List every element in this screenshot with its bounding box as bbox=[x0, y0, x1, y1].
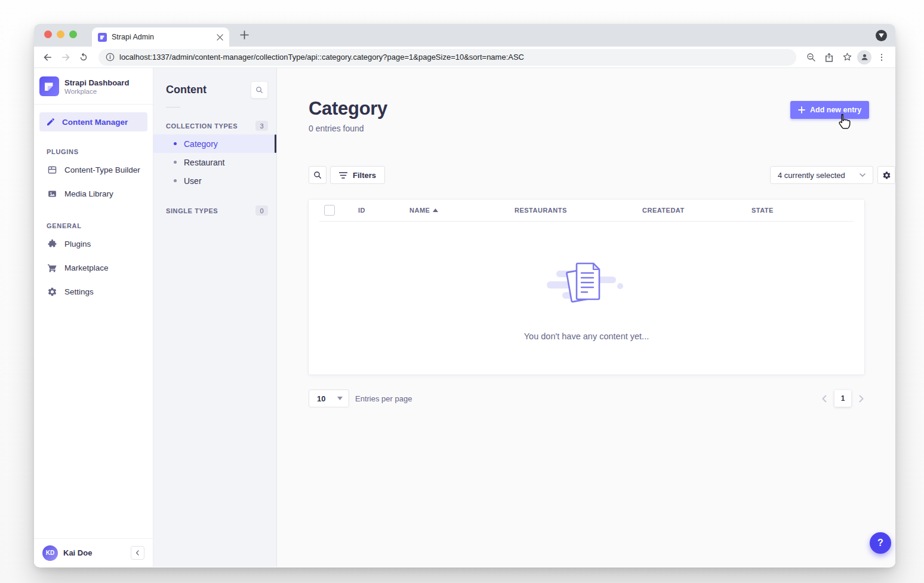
column-header-name[interactable]: NAME bbox=[409, 207, 430, 214]
browser-tab[interactable]: Strapi Admin bbox=[92, 27, 229, 47]
help-button[interactable]: ? bbox=[870, 532, 891, 554]
bullet-icon bbox=[174, 161, 177, 164]
select-all-checkbox[interactable] bbox=[324, 205, 335, 216]
recording-indicator-icon[interactable] bbox=[876, 30, 887, 41]
column-header-id[interactable]: ID bbox=[358, 207, 365, 214]
strapi-logo bbox=[39, 76, 59, 96]
workspace-header[interactable]: Strapi Dashboard Workplace bbox=[34, 68, 153, 105]
previous-page-icon[interactable] bbox=[821, 395, 827, 403]
entries-count: 0 entries found bbox=[309, 124, 387, 133]
gear-icon bbox=[882, 171, 891, 180]
collection-type-label: Category bbox=[184, 139, 218, 149]
table-search-button[interactable] bbox=[309, 166, 327, 184]
collection-type-category[interactable]: Category bbox=[153, 134, 276, 153]
page-size-value: 10 bbox=[317, 394, 325, 403]
filters-label: Filters bbox=[353, 171, 376, 180]
browser-toolbar: localhost:1337/admin/content-manager/col… bbox=[34, 47, 895, 68]
settings-gear-icon bbox=[47, 287, 57, 297]
help-question-icon: ? bbox=[877, 538, 883, 548]
reload-icon[interactable] bbox=[76, 50, 91, 65]
page-header: Category 0 entries found bbox=[309, 98, 387, 133]
browser-profile-icon[interactable] bbox=[857, 50, 871, 65]
column-header-state[interactable]: STATE bbox=[751, 207, 774, 214]
browser-tab-bar: Strapi Admin bbox=[34, 24, 895, 47]
window-zoom-button[interactable] bbox=[69, 30, 77, 38]
window-close-button[interactable] bbox=[44, 30, 52, 38]
app-name: Strapi Dashboard bbox=[64, 78, 129, 87]
browser-menu-dots-icon[interactable] bbox=[874, 50, 889, 65]
workspace-titles: Strapi Dashboard Workplace bbox=[64, 78, 129, 95]
collection-types-label: COLLECTION TYPES bbox=[166, 122, 238, 130]
column-header-restaurants[interactable]: RESTAURANTS bbox=[515, 207, 567, 214]
sidebar-item-content-manager[interactable]: Content Manager bbox=[39, 112, 147, 131]
entries-per-page-label: Entries per page bbox=[355, 394, 412, 403]
fields-selected-dropdown[interactable]: 4 currently selected bbox=[770, 166, 873, 184]
back-icon[interactable] bbox=[40, 50, 56, 65]
single-types-label: SINGLE TYPES bbox=[166, 207, 218, 214]
content-manager-pencil-icon bbox=[45, 117, 56, 127]
panel-title: Content bbox=[166, 84, 207, 96]
sidebar-item-label: Plugins bbox=[64, 240, 91, 248]
next-page-icon[interactable] bbox=[859, 395, 864, 403]
table-settings-button[interactable] bbox=[877, 166, 895, 184]
pagination-bar: 10 Entries per page 1 bbox=[309, 389, 864, 407]
sidebar-item-content-type-builder[interactable]: Content-Type Builder bbox=[34, 158, 153, 182]
user-avatar[interactable]: KD bbox=[42, 545, 58, 561]
user-name: Kai Doe bbox=[63, 548, 125, 557]
column-header-createdat[interactable]: CREATEDAT bbox=[642, 207, 685, 214]
sidebar-item-plugins[interactable]: Plugins bbox=[34, 232, 153, 256]
plugins-section-label: PLUGINS bbox=[47, 148, 153, 155]
collection-type-label: User bbox=[184, 176, 202, 186]
fields-selected-value: 4 currently selected bbox=[778, 171, 845, 180]
window-controls bbox=[44, 30, 77, 38]
sidebar-item-label: Media Library bbox=[64, 189, 113, 198]
workspace-name: Workplace bbox=[64, 88, 129, 95]
table-header-row: ID NAME RESTAURANTS CREATEDAT STATE bbox=[309, 200, 864, 222]
bullet-icon bbox=[174, 179, 177, 182]
empty-state: You don't have any content yet... bbox=[309, 222, 864, 375]
empty-state-text: You don't have any content yet... bbox=[524, 332, 649, 341]
window-minimize-button[interactable] bbox=[57, 30, 64, 38]
single-types-count-badge: 0 bbox=[255, 205, 268, 216]
site-info-icon[interactable] bbox=[106, 53, 115, 62]
general-section-label: GENERAL bbox=[47, 222, 153, 229]
sidebar-item-settings[interactable]: Settings bbox=[34, 280, 153, 303]
zoom-page-icon[interactable] bbox=[803, 50, 819, 65]
url-bar[interactable]: localhost:1337/admin/content-manager/col… bbox=[98, 49, 796, 66]
media-library-picture-icon bbox=[47, 189, 57, 199]
desktop-background: Strapi Admin bbox=[0, 0, 924, 583]
marketplace-cart-icon bbox=[47, 263, 57, 273]
content-search-button[interactable] bbox=[251, 81, 268, 99]
bullet-icon bbox=[174, 142, 177, 145]
sidebar-item-marketplace[interactable]: Marketplace bbox=[34, 256, 153, 280]
sidebar-collapse-button[interactable] bbox=[131, 546, 144, 560]
sidebar-footer: KD Kai Doe bbox=[34, 538, 153, 567]
tab-close-icon[interactable] bbox=[217, 34, 223, 41]
new-tab-icon[interactable] bbox=[239, 30, 250, 40]
collection-view: Category 0 entries found Add new entry F… bbox=[277, 68, 895, 567]
content-types-panel: Content COLLECTION TYPES 3 Category Res bbox=[153, 68, 277, 567]
bookmark-star-icon[interactable] bbox=[839, 50, 855, 65]
page-size-select[interactable]: 10 bbox=[309, 389, 349, 407]
add-new-entry-button[interactable]: Add new entry bbox=[790, 101, 869, 119]
page-title: Category bbox=[309, 98, 387, 119]
forward-icon[interactable] bbox=[58, 50, 73, 65]
strapi-admin-app: Strapi Dashboard Workplace Content Manag… bbox=[34, 68, 895, 567]
list-toolbar: Filters 4 currently selected bbox=[309, 166, 895, 184]
collection-type-restaurant[interactable]: Restaurant bbox=[153, 153, 276, 171]
share-icon[interactable] bbox=[821, 50, 837, 65]
filters-button[interactable]: Filters bbox=[330, 166, 385, 184]
add-new-entry-label: Add new entry bbox=[810, 106, 861, 114]
collection-type-label: Restaurant bbox=[184, 158, 224, 167]
sort-ascending-icon[interactable] bbox=[433, 208, 438, 212]
collection-type-user[interactable]: User bbox=[153, 171, 276, 190]
sidebar-item-label: Marketplace bbox=[64, 263, 109, 272]
filter-icon bbox=[339, 172, 347, 179]
panel-scrollbar-thumb[interactable] bbox=[275, 134, 276, 153]
page-number-button[interactable]: 1 bbox=[834, 390, 851, 407]
empty-documents-illustration bbox=[542, 255, 632, 315]
entries-table: ID NAME RESTAURANTS CREATEDAT STATE bbox=[309, 200, 864, 375]
collection-types-count-badge: 3 bbox=[255, 121, 268, 131]
chevron-down-icon bbox=[337, 397, 343, 400]
sidebar-item-media-library[interactable]: Media Library bbox=[34, 182, 153, 205]
